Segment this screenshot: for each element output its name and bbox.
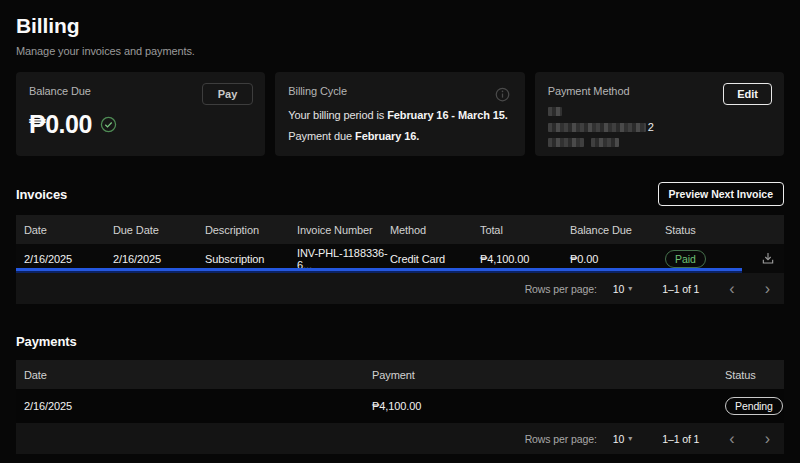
col-status: Status xyxy=(725,369,776,381)
col-payment: Payment xyxy=(372,369,725,381)
invoice-due-date: 2/16/2025 xyxy=(113,253,205,265)
invoices-table: Date Due Date Description Invoice Number… xyxy=(16,215,784,304)
payments-section: Payments Date Payment Status 2/16/2025 ₱… xyxy=(16,334,784,454)
col-date: Date xyxy=(24,369,372,381)
card-last-digit: 2 xyxy=(648,121,654,133)
col-due-date: Due Date xyxy=(113,224,205,236)
next-page-button[interactable]: › xyxy=(765,431,770,447)
balance-due-card: Balance Due Pay ₱0.00 xyxy=(16,72,265,156)
horizontal-scrollbar-thumb[interactable] xyxy=(16,268,742,273)
invoice-row[interactable]: 2/16/2025 2/16/2025 Subscription INV-PHL… xyxy=(16,244,784,273)
col-description: Description xyxy=(205,224,297,236)
redacted-card-details: 2 xyxy=(548,107,771,147)
summary-cards: Balance Due Pay ₱0.00 Billing Cycle xyxy=(16,72,784,156)
page-range-label: 1–1 of 1 xyxy=(662,433,699,445)
invoice-description: Subscription xyxy=(205,253,297,265)
invoice-total: ₱4,100.00 xyxy=(480,253,570,265)
rows-per-page-label: Rows per page: xyxy=(525,433,597,445)
payments-table-header: Date Payment Status xyxy=(16,360,784,389)
rows-per-page-select[interactable]: 10 ▾ xyxy=(613,283,632,295)
invoices-pagination: Rows per page: 10 ▾ 1–1 of 1 ‹ › xyxy=(16,273,784,304)
page-title: Billing xyxy=(16,14,784,38)
billing-period-text: Your billing period is February 16 - Mar… xyxy=(288,109,511,121)
col-date: Date xyxy=(24,224,113,236)
col-method: Method xyxy=(390,224,480,236)
col-total: Total xyxy=(480,224,570,236)
invoice-method: Credit Card xyxy=(390,253,480,265)
invoices-table-header: Date Due Date Description Invoice Number… xyxy=(16,215,784,244)
chevron-down-icon: ▾ xyxy=(628,284,632,293)
billing-cycle-card: Billing Cycle Your billing period is Feb… xyxy=(275,72,524,156)
page-subtitle: Manage your invoices and payments. xyxy=(16,45,784,57)
payment-method-card: Payment Method Edit 2 xyxy=(535,72,784,156)
payments-table: Date Payment Status 2/16/2025 ₱4,100.00 … xyxy=(16,360,784,454)
payments-heading: Payments xyxy=(16,334,784,349)
billing-cycle-label: Billing Cycle xyxy=(288,85,511,97)
check-circle-icon xyxy=(100,116,117,133)
rows-per-page-label: Rows per page: xyxy=(525,283,597,295)
invoice-number: INV-PHL-1188336-6... xyxy=(297,247,390,271)
preview-next-invoice-button[interactable]: Preview Next Invoice xyxy=(658,182,784,206)
paid-status-badge: Paid xyxy=(665,250,706,268)
page-range-label: 1–1 of 1 xyxy=(662,283,699,295)
col-status: Status xyxy=(665,224,755,236)
payment-date: 2/16/2025 xyxy=(24,400,372,412)
balance-due-amount: ₱0.00 xyxy=(29,110,92,139)
payment-amount: ₱4,100.00 xyxy=(372,400,725,412)
payment-row[interactable]: 2/16/2025 ₱4,100.00 Pending xyxy=(16,389,784,423)
next-page-button[interactable]: › xyxy=(765,281,770,297)
invoices-heading: Invoices xyxy=(16,187,67,202)
payment-due-text: Payment due February 16. xyxy=(288,130,511,142)
previous-page-button[interactable]: ‹ xyxy=(729,431,734,447)
rows-per-page-select[interactable]: 10 ▾ xyxy=(613,433,632,445)
billing-page: Billing Manage your invoices and payment… xyxy=(0,0,800,454)
info-icon[interactable] xyxy=(495,87,510,102)
pay-button[interactable]: Pay xyxy=(202,83,254,105)
previous-page-button[interactable]: ‹ xyxy=(729,281,734,297)
chevron-down-icon: ▾ xyxy=(628,434,632,443)
invoice-balance-due: ₱0.00 xyxy=(570,253,665,265)
edit-payment-method-button[interactable]: Edit xyxy=(723,83,772,105)
invoices-section-header: Invoices Preview Next Invoice xyxy=(16,182,784,206)
col-invoice-number: Invoice Number xyxy=(297,224,390,236)
pending-status-badge: Pending xyxy=(725,397,783,415)
download-invoice-icon[interactable] xyxy=(760,251,776,267)
invoice-date: 2/16/2025 xyxy=(24,253,113,265)
payments-pagination: Rows per page: 10 ▾ 1–1 of 1 ‹ › xyxy=(16,423,784,454)
col-balance-due: Balance Due xyxy=(570,224,665,236)
